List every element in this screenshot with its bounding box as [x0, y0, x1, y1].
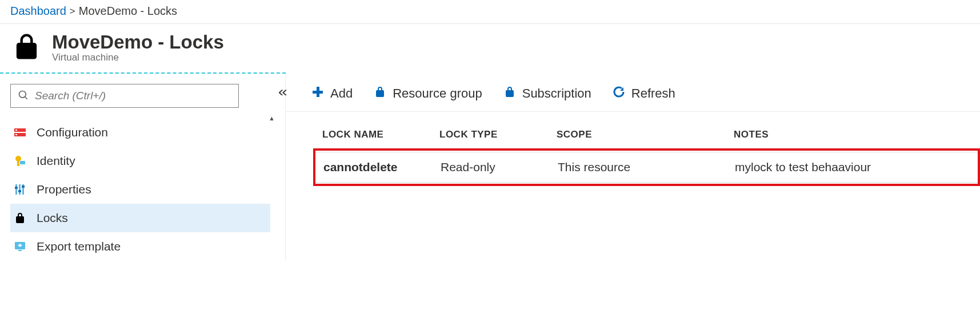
table-row[interactable]: cannotdelete Read-only This resource myl…	[315, 152, 978, 182]
svg-rect-12	[15, 187, 18, 189]
svg-rect-14	[22, 185, 25, 188]
lock-icon	[13, 211, 27, 225]
breadcrumb: Dashboard > MoveDemo - Locks	[0, 0, 980, 24]
cell-lock-name: cannotdelete	[323, 160, 441, 174]
sidebar-item-label: Export template	[37, 240, 121, 253]
svg-rect-7	[20, 161, 25, 164]
breadcrumb-dashboard-link[interactable]: Dashboard	[10, 5, 66, 18]
resource-group-label: Resource group	[393, 86, 482, 101]
export-template-icon	[13, 239, 27, 254]
svg-rect-10	[19, 184, 21, 195]
lock-icon	[503, 85, 517, 102]
sidebar-item-label: Identity	[37, 154, 75, 168]
col-header-name[interactable]: LOCK NAME	[322, 129, 439, 140]
svg-point-0	[19, 91, 26, 98]
page-header: MoveDemo - Locks Virtual machine	[0, 24, 980, 72]
table-header-row: LOCK NAME LOCK TYPE SCOPE NOTES	[313, 129, 980, 148]
breadcrumb-current: MoveDemo - Locks	[79, 5, 177, 18]
plus-icon	[311, 85, 325, 102]
search-input[interactable]	[35, 90, 231, 102]
identity-icon	[13, 154, 27, 168]
breadcrumb-separator: >	[70, 6, 75, 17]
lock-icon	[11, 31, 42, 63]
svg-rect-18	[313, 91, 323, 94]
sidebar-item-properties[interactable]: Properties	[10, 175, 270, 204]
page-title: MoveDemo - Locks	[52, 31, 224, 53]
refresh-button[interactable]: Refresh	[612, 85, 675, 102]
sidebar: « ▲ Configuration Identity	[0, 74, 286, 261]
collapse-sidebar-button[interactable]: «	[278, 84, 287, 100]
locks-table: LOCK NAME LOCK TYPE SCOPE NOTES cannotde…	[286, 112, 980, 186]
add-button[interactable]: Add	[311, 85, 353, 102]
sidebar-item-configuration[interactable]: Configuration	[10, 118, 270, 147]
search-icon	[18, 90, 29, 103]
svg-rect-5	[15, 134, 17, 135]
sidebar-item-label: Locks	[37, 211, 68, 225]
page-subtitle: Virtual machine	[52, 52, 224, 63]
svg-line-1	[25, 96, 27, 99]
lock-icon	[373, 85, 387, 102]
sidebar-nav: ▲ Configuration Identity Properties	[10, 118, 270, 261]
refresh-label: Refresh	[631, 86, 675, 101]
sidebar-item-label: Properties	[37, 183, 91, 196]
svg-rect-13	[18, 190, 21, 192]
col-header-type[interactable]: LOCK TYPE	[439, 129, 557, 140]
col-header-notes[interactable]: NOTES	[734, 129, 980, 140]
main-content: Add Resource group Subscription Refresh	[286, 74, 980, 261]
subscription-label: Subscription	[522, 86, 591, 101]
svg-rect-16	[18, 250, 22, 251]
properties-icon	[13, 182, 27, 197]
cell-notes: mylock to test behaaviour	[735, 160, 978, 174]
sidebar-search[interactable]	[10, 84, 239, 108]
svg-rect-9	[15, 184, 17, 195]
refresh-icon	[612, 85, 626, 102]
configuration-icon	[13, 125, 27, 140]
sidebar-item-label: Configuration	[37, 126, 108, 139]
scroll-up-icon[interactable]: ▲	[269, 115, 275, 122]
svg-rect-4	[15, 130, 17, 131]
sidebar-item-locks[interactable]: Locks	[10, 204, 270, 232]
toolbar: Add Resource group Subscription Refresh	[286, 74, 980, 112]
sidebar-item-identity[interactable]: Identity	[10, 147, 270, 175]
svg-rect-8	[17, 160, 19, 166]
resource-group-button[interactable]: Resource group	[373, 85, 482, 102]
highlighted-row: cannotdelete Read-only This resource myl…	[313, 148, 980, 186]
cell-scope: This resource	[558, 160, 735, 174]
sidebar-item-export-template[interactable]: Export template	[10, 232, 270, 261]
add-label: Add	[330, 86, 353, 101]
subscription-button[interactable]: Subscription	[503, 85, 591, 102]
col-header-scope[interactable]: SCOPE	[557, 129, 734, 140]
cell-lock-type: Read-only	[441, 160, 558, 174]
